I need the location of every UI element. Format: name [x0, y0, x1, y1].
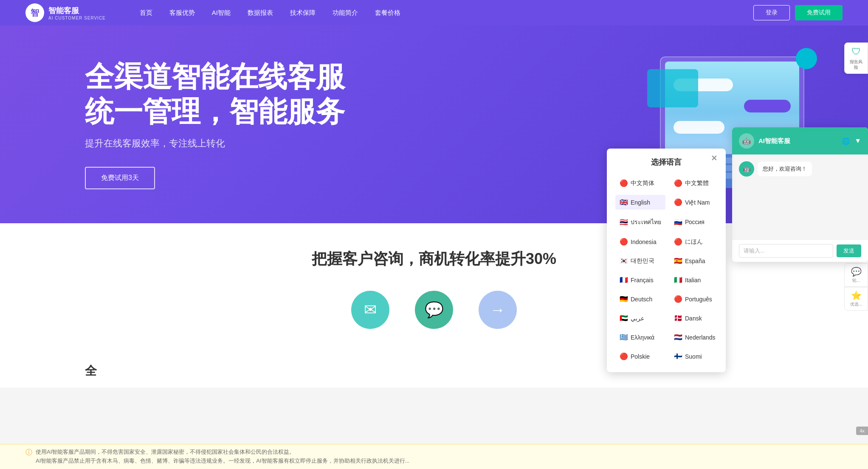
navbar: 智 智能客服 AI CUSTOMER SERVICE 首页 客服优势 AI智能 … [0, 0, 868, 25]
chat-side-rotate[interactable]: 💬 轮... [844, 263, 868, 287]
lang-item-zh-trad[interactable]: 🔴 中文繁體 [670, 176, 720, 191]
finnish-flag: 🇫🇮 [674, 352, 682, 360]
lang-item-viet[interactable]: 🔴 Việt Nam [670, 195, 720, 210]
conversion-icons: ✉ 💬 → [351, 291, 517, 329]
chat-sidebar: 💬 轮... ⭐ 优选... [844, 263, 868, 311]
chat-input-field[interactable]: 请输入... [739, 244, 833, 258]
lang-item-german[interactable]: 🇩🇪 Deutsch [615, 292, 665, 306]
lang-item-zh-simple[interactable]: 🔴 中文简体 [615, 176, 665, 191]
lang-item-finnish[interactable]: 🇫🇮 Suomi [670, 349, 720, 364]
zh-trad-flag: 🔴 [674, 179, 682, 187]
korea-flag: 🇰🇷 [620, 257, 628, 265]
lang-dialog-title-text: 选择语言 [651, 158, 682, 166]
report-text: 报告风 险 [848, 59, 864, 70]
chat-bubble-3 [674, 121, 724, 134]
main-nav: 首页 客服优势 AI智能 数据报表 技术保障 功能简介 套餐价格 [140, 9, 753, 17]
hero-title-line2: 统一管理，智能服务 [85, 94, 562, 129]
chat-bubble-2 [744, 100, 791, 112]
language-icon[interactable]: 🌐 [842, 137, 850, 145]
nav-ai[interactable]: AI智能 [212, 9, 231, 17]
navbar-actions: 登录 免费试用 [753, 5, 843, 20]
lang-item-arabic[interactable]: 🇦🇪 عربي [615, 311, 665, 326]
rotate-icon: 💬 [851, 267, 862, 277]
lang-item-portuguese[interactable]: 🔴 Português [670, 292, 720, 306]
chat-send-button[interactable]: 发送 [837, 244, 861, 257]
logo: 智 智能客服 AI CUSTOMER SERVICE [25, 3, 106, 22]
hero-teal-box [647, 69, 698, 107]
nav-features[interactable]: 功能简介 [333, 9, 358, 17]
korea-label: 대한민국 [631, 257, 654, 265]
greek-label: Ελληνικά [631, 334, 654, 341]
hero-subtitle: 提升在线客服效率，专注线上转化 [85, 137, 562, 150]
portuguese-label: Português [685, 296, 712, 303]
danish-flag: 🇩🇰 [674, 314, 682, 322]
lang-item-thai[interactable]: 🇹🇭 ประเทศไทย [615, 214, 665, 230]
thai-label: ประเทศไทย [631, 217, 661, 227]
italian-label: Italian [685, 277, 701, 284]
arabic-flag: 🇦🇪 [620, 314, 628, 322]
zh-simple-flag: 🔴 [620, 179, 628, 187]
nav-advantage[interactable]: 客服优势 [169, 9, 195, 17]
hero-title-line1: 全渠道智能在线客服 [85, 59, 562, 94]
chat-message-bubble: 您好，欢迎咨询！ [758, 162, 812, 176]
thai-flag: 🇹🇭 [620, 218, 628, 226]
lang-item-italian[interactable]: 🇮🇹 Italian [670, 272, 720, 287]
lang-item-spain[interactable]: 🇪🇸 España [670, 253, 720, 268]
lang-item-greek[interactable]: 🇬🇷 Ελληνικά [615, 330, 665, 345]
login-button[interactable]: 登录 [753, 5, 790, 20]
arabic-label: عربي [631, 315, 644, 322]
lang-item-russia[interactable]: 🇷🇺 Россия [670, 214, 720, 230]
japan-label: にほん [685, 238, 703, 246]
zh-trad-label: 中文繁體 [685, 180, 709, 187]
report-button[interactable]: 🛡 报告风 险 [844, 42, 868, 74]
chat-header-left: 🤖 AI智能客服 [739, 133, 790, 149]
bottom-section: 全 [0, 354, 868, 388]
chat-header-icons: 🌐 ▼ [842, 137, 861, 145]
finnish-label: Suomi [685, 353, 702, 360]
arrow-icon-circle: → [479, 291, 517, 329]
hero-avatar [796, 48, 817, 69]
polish-flag: 🔴 [620, 352, 628, 360]
lang-item-danish[interactable]: 🇩🇰 Dansk [670, 311, 720, 326]
hero-trial-button[interactable]: 免费试用3天 [85, 167, 155, 189]
nav-home[interactable]: 首页 [140, 9, 152, 17]
italian-flag: 🇮🇹 [674, 276, 682, 284]
nav-pricing[interactable]: 套餐价格 [375, 9, 400, 17]
logo-icon: 智 [25, 3, 44, 22]
info-bar-content: ⓘ 使用AI智能客服产品期间，不得危害国家安全、泄露国家秘密，不得侵犯国家社会集… [25, 448, 843, 466]
scroll-indicator: 4x [856, 427, 868, 435]
hero-title: 全渠道智能在线客服 统一管理，智能服务 [85, 59, 562, 129]
nav-tech[interactable]: 技术保障 [290, 9, 316, 17]
shield-icon: 🛡 [848, 46, 864, 57]
lang-close-button[interactable]: ✕ [711, 154, 717, 163]
dutch-label: Nederlands [685, 334, 716, 341]
lang-item-korea[interactable]: 🇰🇷 대한민국 [615, 253, 665, 268]
lang-item-english[interactable]: 🇬🇧 English [615, 195, 665, 210]
chat-side-star[interactable]: ⭐ 优选... [844, 287, 868, 311]
logo-subtitle: AI CUSTOMER SERVICE [48, 16, 106, 20]
lang-item-polish[interactable]: 🔴 Polskie [615, 349, 665, 364]
russia-flag: 🇷🇺 [674, 218, 682, 226]
wechat-icon-circle: 💬 [415, 291, 453, 329]
report-text-line2: 险 [854, 65, 858, 70]
lang-item-indonesia[interactable]: 🔴 Indonesia [615, 234, 665, 249]
lang-item-french[interactable]: 🇫🇷 Français [615, 272, 665, 287]
lang-item-japan[interactable]: 🔴 にほん [670, 234, 720, 249]
scroll-label: 4x [860, 428, 865, 433]
hero-content: 全渠道智能在线客服 统一管理，智能服务 提升在线客服效率，专注线上转化 免费试用… [0, 25, 647, 223]
info-icon: ⓘ [25, 448, 32, 457]
russia-label: Россия [685, 219, 705, 225]
nav-data[interactable]: 数据报表 [248, 9, 273, 17]
spain-label: España [685, 258, 705, 264]
chat-title: AI智能客服 [758, 137, 790, 145]
lang-item-dutch[interactable]: 🇳🇱 Nederlands [670, 330, 720, 345]
free-trial-button[interactable]: 免费试用 [795, 5, 843, 20]
english-label: English [631, 199, 650, 206]
viet-label: Việt Nam [685, 199, 710, 206]
chat-widget: 选择语言 ✕ 🔴 中文简体 🔴 中文繁體 🇬🇧 English 🔴 [732, 127, 868, 262]
danish-label: Dansk [685, 315, 702, 322]
chat-toggle-icon[interactable]: ▼ [854, 137, 861, 145]
report-text-line1: 报告风 [850, 59, 862, 64]
logo-title: 智能客服 [48, 6, 106, 16]
dutch-flag: 🇳🇱 [674, 333, 682, 341]
